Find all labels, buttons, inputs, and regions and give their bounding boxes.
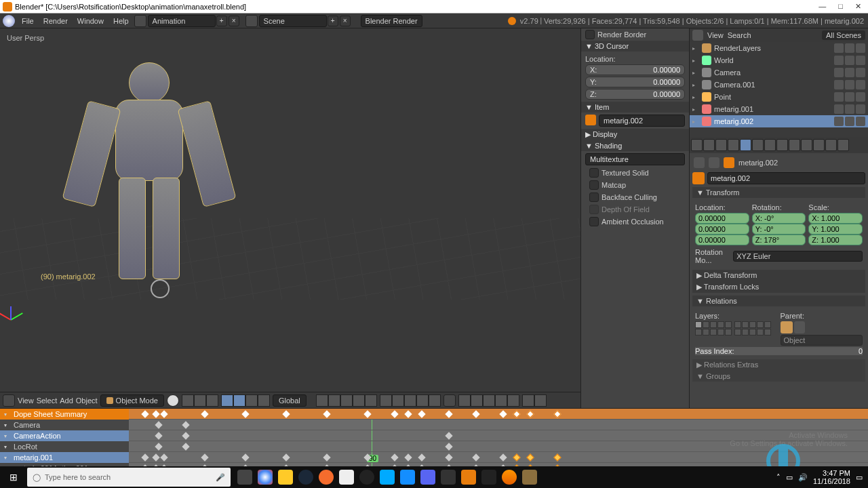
cursor-z[interactable]: Z:0.00000 <box>585 89 685 100</box>
prop-tab-constraints[interactable] <box>752 139 764 151</box>
dope-track-label[interactable]: ▾Dope Sheet Summary <box>0 409 129 420</box>
keyframe[interactable] <box>160 453 167 461</box>
keyframe[interactable] <box>526 410 534 418</box>
render-buttons[interactable] <box>522 394 547 407</box>
orientation-dropdown[interactable]: Global <box>273 394 307 407</box>
editor-type-icon[interactable] <box>3 394 15 407</box>
keyframe[interactable] <box>155 432 162 439</box>
dope-track-label[interactable]: ▾CameraAction <box>0 430 129 441</box>
tray-date[interactable]: 11/16/2018 <box>813 477 850 485</box>
dope-track-label[interactable]: ▾metarig.001 <box>0 452 129 463</box>
keyframe[interactable] <box>363 410 371 418</box>
taskbar-search[interactable]: ◯ Type here to search 🎤 <box>27 468 231 487</box>
dope-track-row[interactable] <box>129 452 868 463</box>
outliner-item[interactable]: ▸metarig.002 <box>690 115 868 127</box>
manipulator-buttons[interactable] <box>221 394 270 407</box>
dope-track-row[interactable] <box>129 430 868 441</box>
keyframe[interactable] <box>499 410 507 418</box>
ol-menu-view[interactable]: View <box>707 31 724 39</box>
prop-tab-scene[interactable] <box>715 139 727 151</box>
mode-dropdown[interactable]: Object Mode <box>100 394 164 407</box>
delta-head[interactable]: ▶ Delta Transform <box>692 270 865 281</box>
keyframe[interactable] <box>472 410 479 418</box>
rot-x[interactable]: X: -0° <box>752 213 806 224</box>
layer-buttons-a[interactable] <box>316 394 377 407</box>
keyframe[interactable] <box>182 443 189 450</box>
scene-browse-icon[interactable] <box>245 15 258 27</box>
dope-track-row[interactable] <box>129 420 868 430</box>
blender-logo-icon[interactable] <box>3 15 15 27</box>
keyframe[interactable] <box>155 443 162 450</box>
tray-time[interactable]: 3:47 PM <box>813 469 850 477</box>
display-head[interactable]: ▶ Display <box>581 129 689 140</box>
app-notepad-icon[interactable] <box>336 466 357 488</box>
tray-volume-icon[interactable]: 🔊 <box>798 473 808 482</box>
keyframe[interactable] <box>160 410 167 418</box>
keyframe[interactable] <box>445 432 452 439</box>
app-explorer-icon[interactable] <box>275 466 296 488</box>
keyframe[interactable] <box>513 410 520 418</box>
keyframe[interactable] <box>152 410 159 418</box>
tray-notifications-icon[interactable]: ▭ <box>856 473 863 482</box>
keyframe[interactable] <box>182 432 189 439</box>
outliner-item[interactable]: ▸Camera.001 <box>690 79 868 91</box>
keyframe[interactable] <box>155 421 162 428</box>
keyframe[interactable] <box>391 453 398 461</box>
parent-eyedrop-icon[interactable] <box>794 321 805 333</box>
loc-x[interactable]: 0.00000 <box>695 213 749 224</box>
keyframe[interactable] <box>141 453 149 461</box>
keyframe[interactable] <box>513 453 520 461</box>
menu-file[interactable]: File <box>22 17 34 25</box>
prop-tab-physics[interactable] <box>837 139 849 151</box>
app-inkscape-icon[interactable] <box>479 466 499 488</box>
keyframe[interactable] <box>201 410 208 418</box>
prop-tab-texture[interactable] <box>813 139 825 151</box>
outliner-item[interactable]: ▸Camera <box>690 66 868 79</box>
menu-help[interactable]: Help <box>113 17 129 25</box>
render-engine-dropdown[interactable]: Blender Render <box>361 15 422 27</box>
loc-z[interactable]: 0.00000 <box>695 235 749 245</box>
3d-menu-object[interactable]: Object <box>76 396 98 405</box>
item-name-field[interactable]: metarig.002 <box>599 115 685 127</box>
rot-y[interactable]: Y: -0° <box>752 224 806 235</box>
keyframe[interactable] <box>445 453 452 461</box>
shading-sphere-icon[interactable] <box>167 394 179 407</box>
parent-icon[interactable] <box>781 321 793 333</box>
menu-render[interactable]: Render <box>43 17 68 25</box>
app-obs-icon[interactable] <box>357 466 377 488</box>
keyframe[interactable] <box>241 410 249 418</box>
cursor-y[interactable]: Y:0.00000 <box>585 77 685 87</box>
app-origin-icon[interactable] <box>316 466 336 488</box>
relations-head[interactable]: ▼ Relations <box>692 296 865 306</box>
keyframe[interactable] <box>404 410 412 418</box>
keyframe[interactable] <box>241 453 249 461</box>
keyframe[interactable] <box>418 410 425 418</box>
app-substance-icon[interactable] <box>438 466 458 488</box>
cursor-x[interactable]: X:0.00000 <box>585 64 685 75</box>
app-steam-icon[interactable] <box>296 466 316 488</box>
lock-camera-icon[interactable] <box>443 394 456 407</box>
app-blender-icon[interactable] <box>458 466 479 488</box>
dope-track-label[interactable]: ▾LocRot <box>0 441 129 452</box>
keyframe[interactable] <box>323 410 330 418</box>
tray-up-icon[interactable]: ˄ <box>776 473 781 482</box>
close-button[interactable]: ✕ <box>855 2 861 11</box>
3dcursor-head[interactable]: ▼ 3D Cursor <box>581 41 689 52</box>
crumb-scene-icon[interactable] <box>694 157 705 168</box>
prop-tab-object[interactable] <box>740 139 751 151</box>
outliner-item[interactable]: ▸metarig.001 <box>690 103 868 115</box>
item-head[interactable]: ▼ Item <box>581 102 689 113</box>
app-firefox-icon[interactable] <box>499 466 519 488</box>
parent-type-dropdown[interactable]: Object <box>781 335 863 346</box>
app-bnet-icon[interactable] <box>397 466 418 488</box>
prop-tab-world[interactable] <box>728 139 739 151</box>
prop-tab-particles[interactable] <box>825 139 837 151</box>
mic-icon[interactable]: 🎤 <box>216 473 225 482</box>
screen-add-button[interactable]: + <box>216 16 227 26</box>
outliner-item[interactable]: ▸RenderLayers <box>690 42 868 54</box>
keyframe[interactable] <box>404 453 412 461</box>
keyframe[interactable] <box>445 443 452 450</box>
keyframe[interactable] <box>363 453 371 461</box>
app-chrome-icon[interactable] <box>255 466 275 488</box>
keyframe[interactable] <box>418 453 425 461</box>
